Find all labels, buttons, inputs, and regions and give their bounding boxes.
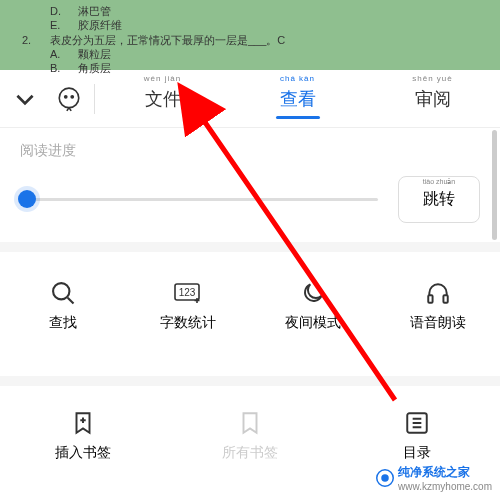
moon-icon — [298, 278, 328, 308]
watermark: 纯净系统之家 www.kzmyhome.com — [376, 464, 492, 492]
tab-file[interactable]: wén jiàn 文件 — [145, 73, 181, 125]
progress-label: 阅读进度 — [20, 142, 480, 160]
document-preview: D.淋巴管 E.胶原纤维 2.表皮分为五层，正常情况下最厚的一层是___。C A… — [0, 0, 500, 70]
svg-point-1 — [65, 95, 67, 97]
tools-grid-1: 查找 123 字数统计 夜间模式 语音朗读 — [0, 252, 500, 358]
svg-rect-7 — [443, 295, 447, 303]
tool-all-bookmarks[interactable]: 所有书签 — [167, 394, 334, 476]
jump-label: 跳转 — [423, 190, 455, 207]
progress-slider[interactable] — [20, 174, 378, 224]
tool-insert-bookmark[interactable]: 插入书签 — [0, 394, 167, 476]
tab-view[interactable]: chá kàn 查看 — [280, 73, 316, 125]
search-icon — [48, 278, 78, 308]
slider-thumb[interactable] — [18, 190, 36, 208]
tool-voice-read[interactable]: 语音朗读 — [375, 264, 500, 346]
svg-point-2 — [71, 95, 73, 97]
tab-label: 文件 — [145, 89, 181, 109]
section-separator — [0, 376, 500, 386]
top-tabbar: wén jiàn 文件 chá kàn 查看 shěn yuè 审阅 — [0, 70, 500, 128]
tab-label: 审阅 — [415, 89, 451, 109]
bookmark-add-icon — [68, 408, 98, 438]
tab-review[interactable]: shěn yuè 审阅 — [415, 73, 451, 125]
tool-find[interactable]: 查找 — [0, 264, 125, 346]
section-separator — [0, 242, 500, 252]
tab-label: 查看 — [280, 89, 316, 109]
headphones-icon — [423, 278, 453, 308]
bookmark-icon — [235, 408, 265, 438]
list-icon — [402, 408, 432, 438]
svg-point-0 — [59, 88, 79, 108]
jump-button[interactable]: tiào zhuǎn 跳转 — [398, 176, 480, 223]
scrollbar[interactable] — [492, 130, 497, 240]
svg-point-3 — [53, 283, 69, 299]
chevron-down-icon[interactable] — [12, 86, 38, 112]
progress-section: 阅读进度 tiào zhuǎn 跳转 — [0, 128, 500, 224]
word-count-icon: 123 — [173, 278, 203, 308]
svg-rect-6 — [428, 295, 432, 303]
tool-night-mode[interactable]: 夜间模式 — [250, 264, 375, 346]
svg-text:123: 123 — [178, 287, 195, 298]
logo-icon — [376, 469, 394, 487]
avatar-icon[interactable] — [56, 86, 82, 112]
tool-word-count[interactable]: 123 字数统计 — [125, 264, 250, 346]
svg-point-10 — [381, 474, 389, 482]
